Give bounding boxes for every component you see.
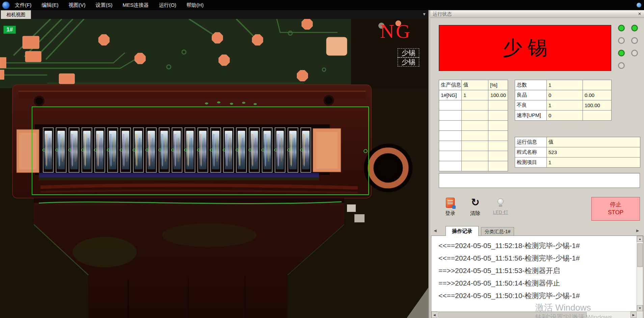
stop-button[interactable]: 停止 STOP [591, 197, 640, 221]
camera-view: 1# NG 少锡 少锡 [0, 19, 428, 318]
message-box[interactable] [439, 173, 640, 188]
tab-operation-log[interactable]: 操作记录 [446, 226, 479, 236]
table-row [439, 141, 508, 151]
menu-mes-connector[interactable]: MES连接器 [117, 0, 154, 10]
table-row: 1#[NG] 1 100.00 [439, 90, 508, 100]
cell: 1#[NG] [439, 90, 462, 100]
chevron-down-icon[interactable]: ▼ [422, 12, 426, 17]
tab-camera-view[interactable]: 相机视图 [1, 10, 31, 19]
indicator-light [618, 25, 625, 31]
menu-edit[interactable]: 编辑(E) [36, 0, 63, 10]
status-indicators [618, 25, 638, 69]
led-label: LED 灯 [493, 210, 508, 216]
table-row [439, 100, 508, 111]
vertical-scroll-thumb[interactable] [637, 243, 643, 267]
log-list: <<==2024-05-05_11:52:18-检测完毕-少锡-1# <<==2… [431, 236, 637, 311]
indicator-light [631, 37, 638, 44]
cell: 100.00 [488, 90, 508, 100]
indicator-light [618, 50, 625, 56]
column-header: 运行信息 [515, 137, 547, 147]
close-icon[interactable]: ✕ [637, 11, 642, 17]
clear-icon: ↻ [471, 197, 479, 208]
led-bulb-base [499, 205, 502, 207]
stop-label-cn: 停止 [610, 201, 621, 209]
indicator-light [618, 62, 625, 69]
scroll-left-icon[interactable]: ◀ [431, 312, 437, 318]
camera-tab-bar: 相机视图 ▼ [0, 10, 428, 19]
table-row: 检测项目 1 [515, 157, 640, 168]
table-row: 总数 1 [515, 80, 612, 90]
statistics-table: 总数 1 良品 0 0.00 不良 1 100.00 速率[UPM] 0 [515, 80, 612, 121]
column-header: 生产信息 [439, 80, 462, 90]
column-header: 值 [547, 137, 640, 147]
alert-box: 少锡 [439, 25, 611, 71]
menu-run[interactable]: 运行(O) [154, 0, 182, 10]
table-row [439, 131, 508, 141]
login-icon [446, 198, 455, 208]
defect-tag: 少锡 [398, 57, 419, 67]
table-row [439, 121, 508, 131]
log-entry: ==>>2024-05-05_11:50:14-检测器停止 [438, 277, 637, 289]
indicator-light [631, 50, 638, 56]
tray-icon[interactable] [637, 3, 641, 7]
connector-body [12, 85, 371, 198]
table-row: 不良 1 100.00 [515, 100, 612, 111]
vertical-scrollbar[interactable]: ▲ ▼ [637, 236, 643, 311]
tab-scroll-left-icon[interactable]: ◀ [434, 228, 436, 233]
inspection-result-text: NG [380, 22, 412, 41]
app-logo-icon [2, 1, 10, 9]
table-row: 程式名称 523 [515, 147, 640, 157]
operation-log-area: <<==2024-05-05_11:52:18-检测完毕-少锡-1# <<==2… [431, 236, 643, 318]
login-button[interactable]: 登录 [439, 197, 461, 223]
indicator-light [631, 25, 638, 31]
clear-label: 清除 [470, 210, 480, 217]
table-row: 速率[UPM] 0 [515, 111, 612, 121]
log-entry: <<==2024-05-05_11:51:56-检测完毕-少锡-1# [438, 252, 637, 264]
camera-id-badge: 1# [3, 26, 16, 34]
run-info-table: 运行信息 值 程式名称 523 检测项目 1 [515, 137, 640, 168]
menu-help[interactable]: 帮助(H) [181, 0, 209, 10]
table-row [439, 151, 508, 161]
defect-tag: 少锡 [398, 48, 419, 57]
scroll-right-icon[interactable]: ▶ [630, 312, 637, 318]
mounting-hole [364, 144, 412, 192]
menu-bar: 文件(F) 编辑(E) 视图(V) 设置(S) MES连接器 运行(O) 帮助(… [0, 0, 644, 10]
clear-button[interactable]: ↻ 清除 [464, 197, 486, 223]
led-light-button[interactable]: LED 灯 [489, 197, 512, 223]
indicator-light [618, 37, 625, 44]
stop-label-en: STOP [608, 209, 623, 217]
table-row [439, 111, 508, 121]
tab-scroll-right-icon[interactable]: ▶ [636, 228, 639, 233]
log-entry: <<==2024-05-05_11:50:10-检测完毕-少锡-1# [438, 289, 637, 302]
run-status-panel: 运行状态 ✕ 少锡 生产信息 值 [%] 1#[NG] 1 100.00 [430, 10, 644, 318]
menu-view[interactable]: 视图(V) [63, 0, 90, 10]
scrollbar-corner [637, 311, 643, 318]
led-bulb-icon [498, 198, 504, 204]
production-table: 生产信息 值 [%] 1#[NG] 1 100.00 [439, 80, 508, 171]
horizontal-scroll-thumb[interactable] [438, 312, 587, 318]
table-row: 良品 0 0.00 [515, 90, 612, 100]
column-header: 值 [462, 80, 488, 90]
column-header: [%] [488, 80, 508, 90]
camera-image [0, 19, 428, 318]
scroll-down-icon[interactable]: ▼ [637, 305, 643, 311]
scroll-up-icon[interactable]: ▲ [637, 236, 643, 242]
menu-file[interactable]: 文件(F) [10, 0, 36, 10]
login-label: 登录 [445, 210, 455, 217]
horizontal-scrollbar[interactable]: ◀ ▶ [431, 311, 637, 318]
cell: 1 [462, 90, 488, 100]
panel-title: 运行状态 [430, 10, 644, 18]
menu-settings[interactable]: 设置(S) [90, 0, 117, 10]
tab-classification-summary[interactable]: 分类汇总-1# [481, 227, 514, 236]
table-row [439, 161, 508, 171]
log-entry: <<==2024-05-05_11:52:18-检测完毕-少锡-1# [438, 239, 637, 252]
table-header-row: 运行信息 值 [515, 137, 640, 147]
log-entry: ==>>2024-05-05_11:51:53-检测器开启 [438, 264, 637, 277]
table-header-row: 生产信息 值 [%] [439, 80, 508, 90]
